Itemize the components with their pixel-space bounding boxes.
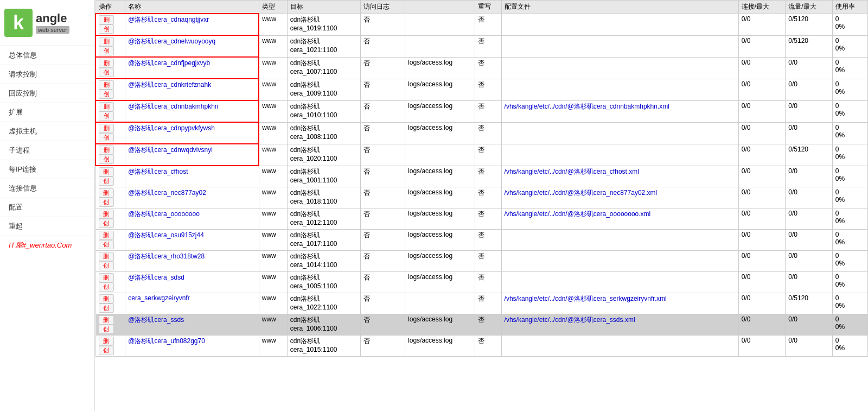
target-cell: cdn洛杉矶cera_1007:1100 xyxy=(287,57,361,79)
vhost-name-link[interactable]: @洛杉矶cera_cdnpypvkfywsh xyxy=(128,124,215,132)
type-cell: www xyxy=(259,14,287,35)
create-button[interactable]: 创 xyxy=(99,282,114,292)
target-cell: cdn洛杉矶cera_1006:1100 xyxy=(287,314,361,336)
create-button[interactable]: 创 xyxy=(99,155,114,164)
traffic-cell: 0/0 xyxy=(786,79,832,100)
config-link[interactable]: /vhs/kangle/etc/../cdn/@洛杉矶cera_cdnnbakm… xyxy=(505,103,669,110)
delete-button[interactable]: 删 xyxy=(99,80,114,90)
create-button[interactable]: 创 xyxy=(99,24,114,34)
vhost-name-link[interactable]: @洛杉矶cera_cdnelwuoyooyq xyxy=(128,37,215,45)
delete-button[interactable]: 删 xyxy=(99,231,114,240)
action-cell: 删创 xyxy=(95,272,125,293)
nav-extend[interactable]: 扩展 xyxy=(0,103,94,122)
action-cell: 删创 xyxy=(95,230,125,251)
vhost-name-link[interactable]: cera_serkwgzeiryvnfr xyxy=(128,294,189,302)
vhost-name-link[interactable]: @洛杉矶cera_cdnnbakmhpkhn xyxy=(128,103,218,110)
delete-button[interactable]: 删 xyxy=(99,273,114,282)
delete-button[interactable]: 删 xyxy=(99,102,114,111)
create-button[interactable]: 创 xyxy=(99,219,114,228)
nav-request[interactable]: 请求控制 xyxy=(0,65,94,84)
delete-button[interactable]: 删 xyxy=(99,124,114,133)
delete-button[interactable]: 删 xyxy=(99,37,114,46)
delete-button[interactable]: 删 xyxy=(99,337,114,346)
table-row: 删创@洛杉矶cera_cdnfjpegjxvybwwwcdn洛杉矶cera_10… xyxy=(95,57,868,79)
table-row: 删创@洛杉矶cera_ufn082gg70wwwcdn洛杉矶cera_1015:… xyxy=(95,336,868,357)
name-cell: @洛杉矶cera_osu915zj44 xyxy=(125,230,259,251)
config-link[interactable]: /vhs/kangle/etc/../cdn/@洛杉矶cera_ssds.xml xyxy=(505,316,635,324)
vhost-name-link[interactable]: @洛杉矶cera_ssds xyxy=(128,316,184,324)
delete-button[interactable]: 删 xyxy=(99,252,114,261)
target-cell: cdn洛杉矶cera_1015:1100 xyxy=(287,336,361,357)
traffic-cell: 0/0 xyxy=(786,187,832,208)
vhost-name-link[interactable]: @洛杉矶cera_sdsd xyxy=(128,274,184,281)
vhost-name-link[interactable]: @洛杉矶cera_cfhost xyxy=(128,168,188,175)
action-cell: 删创 xyxy=(95,57,125,79)
nav-subprocess[interactable]: 子进程 xyxy=(0,141,94,160)
table-row: 删创@洛杉矶cera_cdnelwuoyooyqwwwcdn洛杉矶cera_10… xyxy=(95,35,868,57)
action-cell: 删创 xyxy=(95,35,125,57)
config-link[interactable]: /vhs/kangle/etc/../cdn/@洛杉矶cera_serkwgze… xyxy=(505,295,667,302)
access-log-cell: 否 xyxy=(361,293,405,314)
nav-vhost[interactable]: 虚拟主机 xyxy=(0,122,94,141)
action-cell: 删创 xyxy=(95,14,125,35)
delete-button[interactable]: 删 xyxy=(99,294,114,303)
vhost-table: 操作 名称 类型 目标 访问日志 重写 配置文件 连接/最大 流量/最大 使用率… xyxy=(95,0,868,357)
name-cell: @洛杉矶cera_cdnnbakmhpkhn xyxy=(125,100,259,122)
vhost-name-link[interactable]: @洛杉矶cera_nec877ay02 xyxy=(128,189,206,197)
delete-button[interactable]: 删 xyxy=(99,146,114,155)
config-link[interactable]: /vhs/kangle/etc/../cdn/@洛杉矶cera_oooooooo… xyxy=(505,210,651,218)
vhost-name-link[interactable]: @洛杉矶cera_cdnwqdvivsnyi xyxy=(128,146,213,154)
create-button[interactable]: 创 xyxy=(99,68,114,77)
vhost-name-link[interactable]: @洛杉矶cera_cdnfjpegjxvyb xyxy=(128,59,210,67)
vhost-name-link[interactable]: @洛杉矶cera_cdnaqngtjjvxr xyxy=(128,16,209,23)
create-button[interactable]: 创 xyxy=(99,303,114,313)
nav-config[interactable]: 配置 xyxy=(0,198,94,217)
rewrite-cell: 否 xyxy=(475,293,502,314)
config-link[interactable]: /vhs/kangle/etc/../cdn/@洛杉矶cera_cfhost.x… xyxy=(505,168,639,175)
create-button[interactable]: 创 xyxy=(99,46,114,55)
create-button[interactable]: 创 xyxy=(99,133,114,142)
create-button[interactable]: 创 xyxy=(99,240,114,249)
delete-button[interactable]: 删 xyxy=(99,315,114,325)
delete-button[interactable]: 删 xyxy=(99,210,114,219)
create-button[interactable]: 创 xyxy=(99,111,114,121)
delete-button[interactable]: 删 xyxy=(99,15,114,24)
delete-button[interactable]: 删 xyxy=(99,167,114,176)
vhost-name-link[interactable]: @洛杉矶cera_ufn082gg70 xyxy=(128,337,205,345)
create-button[interactable]: 创 xyxy=(99,90,114,99)
vhost-name-link[interactable]: @洛杉矶cera_osu915zj44 xyxy=(128,231,204,239)
name-cell: @洛杉矶cera_cfhost xyxy=(125,166,259,187)
vhost-name-link[interactable]: @洛杉矶cera_cdnkrtefznahk xyxy=(128,81,211,88)
access-log-cell: 否 xyxy=(361,35,405,57)
nav-response[interactable]: 回应控制 xyxy=(0,84,94,103)
type-cell: www xyxy=(259,293,287,314)
traffic-cell: 0/0 xyxy=(786,208,832,230)
create-button[interactable]: 创 xyxy=(99,176,114,186)
create-button[interactable]: 创 xyxy=(99,325,114,334)
vhost-name-link[interactable]: @洛杉矶cera_rho318tw28 xyxy=(128,252,205,260)
target-cell: cdn洛杉矶cera_1018:1100 xyxy=(287,187,361,208)
target-cell: cdn洛杉矶cera_1005:1100 xyxy=(287,272,361,293)
delete-button[interactable]: 删 xyxy=(99,188,114,198)
log-file-cell: logs/access.log xyxy=(405,336,475,357)
create-button[interactable]: 创 xyxy=(99,261,114,270)
nav-restart[interactable]: 重起 xyxy=(0,217,94,236)
usage-cell: 00% xyxy=(832,251,867,272)
create-button[interactable]: 创 xyxy=(99,198,114,207)
config-link[interactable]: /vhs/kangle/etc/../cdn/@洛杉矶cera_nec877ay… xyxy=(505,189,658,197)
usage-cell: 00% xyxy=(832,122,867,144)
nav-general[interactable]: 总体信息 xyxy=(0,46,94,65)
vhost-name-link[interactable]: @洛杉矶cera_oooooooo xyxy=(128,210,200,218)
config-cell xyxy=(501,122,738,144)
type-cell: www xyxy=(259,187,287,208)
table-row: 删创@洛杉矶cera_cdnpypvkfywshwwwcdn洛杉矶cera_10… xyxy=(95,122,868,144)
name-cell: @洛杉矶cera_cdnfjpegjxvyb xyxy=(125,57,259,79)
nav-conninfo[interactable]: 连接信息 xyxy=(0,179,94,198)
target-cell: cdn洛杉矶cera_1001:1100 xyxy=(287,166,361,187)
access-log-cell: 否 xyxy=(361,79,405,100)
create-button[interactable]: 创 xyxy=(99,346,114,355)
usage-cell: 00% xyxy=(832,14,867,35)
delete-button[interactable]: 删 xyxy=(99,59,114,68)
nav-ipconn[interactable]: 每IP连接 xyxy=(0,160,94,179)
type-cell: www xyxy=(259,314,287,336)
